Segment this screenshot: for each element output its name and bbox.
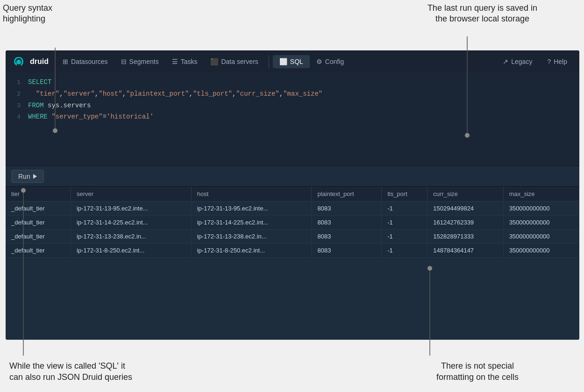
navbar: druid ⊞ Datasources ⊟ Segments ☰ Tasks ⬛… (6, 50, 579, 73)
cell-tls-port: -1 (382, 216, 427, 230)
col-header-server: server (71, 187, 192, 202)
datasources-icon: ⊞ (63, 58, 68, 65)
nav-data-servers[interactable]: ⬛ Data servers (204, 55, 264, 68)
cell-tier: _default_tier (6, 202, 71, 216)
config-icon: ⚙ (316, 58, 322, 65)
cell-tier: _default_tier (6, 216, 71, 230)
segments-icon: ⊟ (121, 58, 127, 65)
nav-sql-label: SQL (290, 58, 303, 65)
col-header-max-size: max_size (503, 187, 579, 202)
results-area[interactable]: tier server host plaintext_port tls_port… (6, 187, 579, 340)
col-header-curr-size: curr_size (427, 187, 503, 202)
logo-area[interactable]: druid (11, 54, 49, 69)
cell-curr-size: 150294499824 (427, 202, 503, 216)
nav-data-servers-label: Data servers (221, 58, 258, 65)
cell-plaintext-port: 8083 (312, 244, 382, 258)
nav-divider (269, 55, 269, 68)
cell-max-size: 350000000000 (503, 202, 579, 216)
results-table: tier server host plaintext_port tls_port… (6, 187, 579, 258)
cell-server: ip-172-31-14-225.ec2.int... (71, 216, 192, 230)
run-triangle-icon (33, 174, 37, 179)
help-icon: ? (547, 58, 551, 65)
app-container: druid ⊞ Datasources ⊟ Segments ☰ Tasks ⬛… (6, 50, 579, 340)
cell-server: ip-172-31-8-250.ec2.int... (71, 244, 192, 258)
cell-plaintext-port: 8083 (312, 216, 382, 230)
druid-logo-icon (11, 54, 26, 69)
cell-plaintext-port: 8083 (312, 202, 382, 216)
cell-plaintext-port: 8083 (312, 230, 382, 244)
cell-curr-size: 152828971333 (427, 230, 503, 244)
table-header: tier server host plaintext_port tls_port… (6, 187, 579, 202)
nav-datasources[interactable]: ⊞ Datasources (56, 55, 114, 68)
cell-tls-port: -1 (382, 230, 427, 244)
annotation-top-left: Query syntaxhighlighting (3, 3, 52, 25)
cell-host: ip-172-31-13-95.ec2.inte... (191, 202, 312, 216)
tasks-icon: ☰ (172, 58, 178, 65)
sql-icon: ⬜ (279, 58, 287, 65)
table-row: _default_tier ip-172-31-8-250.ec2.int...… (6, 244, 579, 258)
cell-max-size: 350000000000 (503, 244, 579, 258)
cell-server: ip-172-31-13-95.ec2.inte... (71, 202, 192, 216)
cell-server: ip-172-31-13-238.ec2.in... (71, 230, 192, 244)
nav-legacy-label: Legacy (511, 58, 532, 65)
run-label: Run (18, 173, 30, 180)
table-row: _default_tier ip-172-31-14-225.ec2.int..… (6, 216, 579, 230)
nav-tasks[interactable]: ☰ Tasks (165, 55, 204, 68)
col-header-plaintext-port: plaintext_port (312, 187, 382, 202)
cell-max-size: 350000000000 (503, 230, 579, 244)
table-body: _default_tier ip-172-31-13-95.ec2.inte..… (6, 202, 579, 258)
code-line-4: 4 WHERE "server_type" = 'historical' (6, 111, 579, 123)
table-row: _default_tier ip-172-31-13-238.ec2.in...… (6, 230, 579, 244)
annotation-top-right: The last run query is saved inthe browse… (427, 3, 537, 25)
nav-config[interactable]: ⚙ Config (310, 55, 350, 68)
cell-max-size: 350000000000 (503, 216, 579, 230)
nav-datasources-label: Datasources (71, 58, 108, 65)
servers-icon: ⬛ (210, 58, 218, 65)
nav-help-label: Help (554, 58, 567, 65)
cell-host: ip-172-31-13-238.ec2.in... (191, 230, 312, 244)
cell-curr-size: 148784364147 (427, 244, 503, 258)
code-line-2: 2 "tier" , "server" , "host" , "plaintex… (6, 88, 579, 100)
nav-help[interactable]: ? Help (541, 55, 574, 68)
annotation-bottom-left: While the view is called 'SQL' itcan als… (9, 361, 132, 383)
header-row: tier server host plaintext_port tls_port… (6, 187, 579, 202)
cell-host: ip-172-31-14-225.ec2.int... (191, 216, 312, 230)
nav-legacy[interactable]: ↗ Legacy (496, 55, 539, 68)
cell-tier: _default_tier (6, 244, 71, 258)
cell-tls-port: -1 (382, 244, 427, 258)
col-header-host: host (191, 187, 312, 202)
nav-config-label: Config (325, 58, 344, 65)
external-icon: ↗ (503, 58, 508, 65)
nav-right: ↗ Legacy ? Help (496, 55, 574, 68)
run-area: Run (6, 166, 579, 187)
col-header-tls-port: tls_port (382, 187, 427, 202)
nav-sql[interactable]: ⬜ SQL (273, 55, 310, 68)
nav-segments-label: Segments (129, 58, 159, 65)
cell-curr-size: 161242762339 (427, 216, 503, 230)
nav-tasks-label: Tasks (181, 58, 198, 65)
code-editor[interactable]: 1 SELECT 2 "tier" , "server" , "host" , … (6, 73, 579, 166)
nav-segments[interactable]: ⊟ Segments (114, 55, 165, 68)
code-line-1: 1 SELECT (6, 77, 579, 88)
cell-tier: _default_tier (6, 230, 71, 244)
logo-text: druid (30, 57, 49, 66)
cell-host: ip-172-31-8-250.ec2.int... (191, 244, 312, 258)
code-line-3: 3 FROM sys.servers (6, 100, 579, 112)
cell-tls-port: -1 (382, 202, 427, 216)
table-row: _default_tier ip-172-31-13-95.ec2.inte..… (6, 202, 579, 216)
annotation-bottom-right: There is not specialformatting on the ce… (436, 361, 519, 383)
run-button[interactable]: Run (11, 170, 44, 183)
col-header-tier: tier (6, 187, 71, 202)
